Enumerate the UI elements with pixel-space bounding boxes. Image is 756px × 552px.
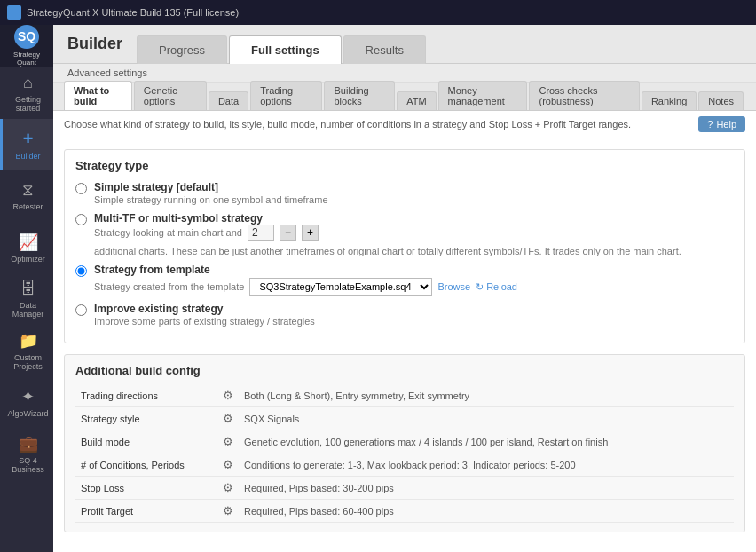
config-label: Stop Loss [75,477,217,500]
builder-icon: + [23,129,34,149]
custom-projects-icon: 📁 [19,331,38,351]
config-row: Build mode ⚙ Genetic evolution, 100 gene… [75,430,734,453]
radio-label-simple[interactable]: Simple strategy [default] [94,181,218,193]
config-row: # of Conditions, Periods ⚙ Conditions to… [75,453,734,477]
sidebar-item-custom-projects[interactable]: 📁 Custom Projects [0,325,53,376]
logo-icon: SQ [14,25,39,49]
multitf-decrement-button[interactable]: − [280,225,296,241]
radio-multi-tf[interactable] [75,214,87,225]
additional-build-config-section: Additional build config Trading directio… [64,354,745,532]
header-row: Builder Progress Full settings Results [53,25,756,64]
multi-tf-desc: Strategy looking at main chart and − + a… [94,225,734,256]
tab-results[interactable]: Results [343,35,426,64]
optimizer-icon: 📈 [19,233,38,252]
sq4-business-icon: 💼 [19,434,38,453]
config-value: SQX Signals [239,407,734,430]
data-manager-icon: 🗄 [20,280,36,298]
gear-icon[interactable]: ⚙ [217,430,239,453]
strategy-type-title: Strategy type [75,159,734,172]
radio-item-improve-existing: Improve existing strategy Improve some p… [75,303,734,327]
radio-label-improve-existing[interactable]: Improve existing strategy [94,303,223,315]
sidebar-label-sq4-business: SQ 4 Business [3,456,53,474]
config-label: # of Conditions, Periods [75,453,217,477]
radio-item-simple: Simple strategy [default] Simple strateg… [75,181,734,205]
radio-label-from-template[interactable]: Strategy from template [94,264,210,276]
tab-progress[interactable]: Progress [137,35,227,64]
config-value: Required, Pips based: 30-200 pips [239,477,734,500]
template-row: Strategy created from the template SQ3St… [94,278,517,296]
config-row: Profit Target ⚙ Required, Pips based: 60… [75,500,734,523]
window-title: StrategyQuant X Ultimate Build 135 (Full… [27,7,239,18]
sidebar-item-algowizard[interactable]: ✦ AlgoWizard [0,376,53,428]
gear-icon[interactable]: ⚙ [217,384,239,407]
config-table: Trading directions ⚙ Both (Long & Short)… [75,384,734,523]
sidebar-item-getting-started[interactable]: ⌂ Getting started [0,67,53,119]
template-select[interactable]: SQ3StrategyTemplateExample.sq4 [249,278,432,296]
radio-desc-simple: Simple strategy running on one symbol an… [94,194,328,205]
config-row: Trading directions ⚙ Both (Long & Short)… [75,384,734,407]
config-label: Trading directions [75,384,217,407]
tab-atm[interactable]: ATM [397,91,436,110]
template-desc: Strategy created from the template [94,281,244,292]
sidebar-item-sq4-business[interactable]: 💼 SQ 4 Business [0,428,53,479]
gear-icon[interactable]: ⚙ [217,477,239,500]
tab-cross-checks[interactable]: Cross checks (robustness) [529,81,639,110]
radio-label-multi-tf[interactable]: Multi-TF or multi-symbol strategy [94,212,263,225]
tab-what-to-build[interactable]: What to build [64,81,132,110]
multitf-number-input[interactable] [248,225,274,241]
sidebar-logo: SQ StrategyQuant [0,25,53,67]
tab-full-settings[interactable]: Full settings [229,35,342,64]
config-label: Strategy style [75,407,217,430]
radio-simple[interactable] [75,183,87,194]
gear-icon[interactable]: ⚙ [217,500,239,523]
main-content: Strategy type Simple strategy [default] … [53,138,756,552]
multitf-desc-suffix: additional charts. These can be just ano… [94,246,681,256]
radio-item-multi-tf: Multi-TF or multi-symbol strategy Strate… [75,212,734,256]
gear-icon[interactable]: ⚙ [217,453,239,477]
reload-link[interactable]: ↻ Reload [476,281,517,293]
radio-desc-improve-existing: Improve some parts of existing strategy … [94,316,315,327]
browse-link[interactable]: Browse [437,281,470,292]
multitf-increment-button[interactable]: + [302,225,319,241]
tab-genetic-options[interactable]: Genetic options [134,81,207,110]
algowizard-icon: ✦ [21,387,35,406]
config-label: Build mode [75,430,217,453]
description-text: Choose what kind of strategy to build, i… [64,119,631,130]
tab-notes[interactable]: Notes [698,91,744,110]
help-label: Help [716,119,736,130]
help-icon: ? [707,119,713,130]
config-label: Profit Target [75,500,217,523]
config-row: Strategy style ⚙ SQX Signals [75,407,734,430]
sidebar-label-data-manager: Data Manager [3,301,53,319]
radio-from-template[interactable] [75,265,87,277]
tab-data[interactable]: Data [209,91,248,110]
tab-building-blocks[interactable]: Building blocks [324,81,395,110]
sidebar-item-builder[interactable]: + Builder [0,119,53,170]
tab-ranking[interactable]: Ranking [642,91,697,110]
config-value: Conditions to generate: 1-3, Max lookbac… [239,453,734,477]
config-value: Both (Long & Short), Entry symmetry, Exi… [239,384,734,407]
sidebar-label-builder: Builder [15,152,40,161]
strategy-type-section: Strategy type Simple strategy [default] … [64,149,745,343]
sidebar-item-data-manager[interactable]: 🗄 Data Manager [0,273,53,325]
sidebar-item-optimizer[interactable]: 📈 Optimizer [0,222,53,273]
sidebar-label-getting-started: Getting started [3,95,53,113]
config-value: Required, Pips based: 60-400 pips [239,500,734,523]
sidebar-label-custom-projects: Custom Projects [3,353,53,371]
inner-tabs-bar: What to build Genetic options Data Tradi… [53,83,756,111]
tab-trading-options[interactable]: Trading options [250,81,322,110]
content-area: Builder Progress Full settings Results A… [53,25,756,552]
page-title: Builder [53,28,137,60]
radio-item-from-template: Strategy from template Strategy created … [75,264,734,296]
multitf-desc-prefix: Strategy looking at main chart and [94,227,242,238]
sidebar-label-optimizer: Optimizer [11,255,45,264]
sidebar: SQ StrategyQuant ⌂ Getting started + Bui… [0,25,53,552]
advanced-settings-label: Advanced settings [53,64,756,83]
help-button[interactable]: ? Help [698,116,745,132]
radio-improve-existing[interactable] [75,304,87,316]
sidebar-item-retester[interactable]: ⧖ Retester [0,170,53,222]
config-value: Genetic evolution, 100 generations max /… [239,430,734,453]
gear-icon[interactable]: ⚙ [217,407,239,430]
title-bar: StrategyQuant X Ultimate Build 135 (Full… [0,0,756,25]
tab-money-management[interactable]: Money management [438,81,528,110]
